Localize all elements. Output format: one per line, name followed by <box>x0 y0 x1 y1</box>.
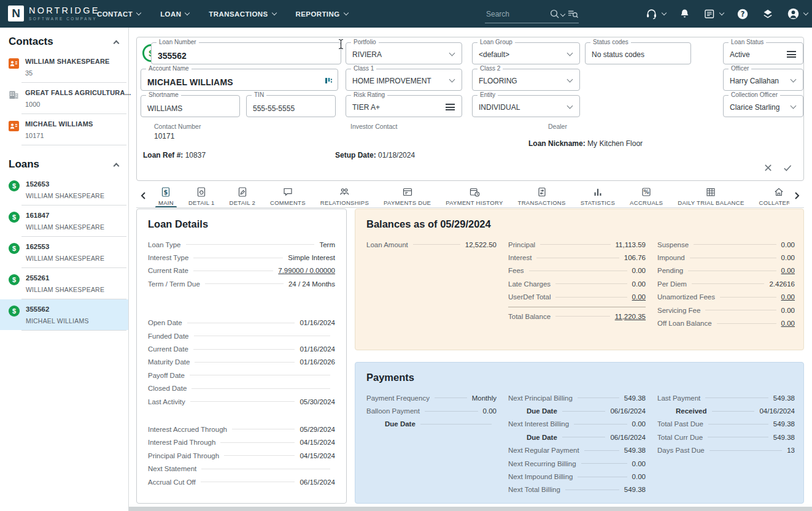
data-row: Total Balance11,220.35 <box>508 310 646 323</box>
loan-number-field[interactable]: Loan Number <box>151 42 341 64</box>
menu-reporting[interactable]: REPORTING <box>296 10 348 18</box>
contact-list-item[interactable]: MICHAEL WILLIAMS10171 <box>0 114 128 145</box>
search-icon[interactable] <box>549 9 560 19</box>
leader-line <box>574 424 627 425</box>
notifications-bell-icon[interactable] <box>679 8 690 20</box>
leader-line <box>692 283 764 284</box>
status-codes-field[interactable]: Status codes No status codes <box>585 42 691 64</box>
cancel-x-icon[interactable] <box>764 163 773 172</box>
loan-list-item[interactable]: $152653WILLIAM SHAKESPEARE <box>0 174 128 205</box>
row-value[interactable]: 11,220.35 <box>615 313 646 320</box>
horizontal-scrollbar[interactable] <box>129 507 812 511</box>
leader-line <box>190 401 295 402</box>
row-label: UserDef Total <box>508 293 551 301</box>
chevron-down-icon <box>271 10 276 15</box>
contact-number: 35 <box>25 69 110 77</box>
row-value[interactable]: 7.99000 / 0.00000 <box>278 267 335 274</box>
row-value[interactable]: 0.00 <box>781 267 795 274</box>
support-headset-icon[interactable] <box>645 7 666 20</box>
loan-list-item[interactable]: $161847WILLIAM SHAKESPEARE <box>0 206 128 236</box>
tin-input[interactable] <box>247 96 335 117</box>
tab-main[interactable]: $MAIN <box>151 184 181 207</box>
tab-daily-trial-balance[interactable]: DAILY TRIAL BALANCE <box>670 184 751 207</box>
row-value: 13 <box>787 447 795 454</box>
loan-list-item[interactable]: $162553WILLIAM SHAKESPEARE <box>0 237 128 267</box>
menu-loan[interactable]: LOAN <box>160 10 189 18</box>
class2-select[interactable]: Class 2 FLOORING <box>472 69 580 91</box>
row-label: Interest Paid Through <box>148 439 215 446</box>
tab-payments-due[interactable]: PAYMENTS DUE <box>376 184 438 207</box>
loan-number-input[interactable] <box>152 43 341 64</box>
tab-detail-2[interactable]: DETAIL 2 <box>222 184 263 207</box>
contact-list-item[interactable]: GREAT FALLS AGRICULTURA...1000 <box>0 83 128 113</box>
loans-section-header[interactable]: Loans <box>0 150 128 174</box>
row-label: Open Date <box>148 319 182 326</box>
shortname-field[interactable]: Shortname <box>141 95 240 117</box>
leader-line <box>190 375 330 375</box>
row-label: Maturity Date <box>148 358 190 366</box>
tab-accruals[interactable]: %ACCRUALS <box>622 184 670 207</box>
row-value[interactable]: 0.00 <box>781 293 795 301</box>
person-card-icon <box>9 58 19 71</box>
shortname-input[interactable] <box>141 96 239 117</box>
data-row: Pending0.00 <box>657 264 795 277</box>
search-input[interactable] <box>485 10 549 18</box>
collection-officer-select[interactable]: Collection Officer Clarice Starling <box>723 95 803 117</box>
layers-icon[interactable] <box>762 8 774 20</box>
tab-collateral[interactable]: COLLATERAL <box>752 184 789 207</box>
account-avatar-icon[interactable] <box>787 7 808 20</box>
account-contact-icon[interactable] <box>325 76 333 87</box>
list-menu-icon[interactable] <box>446 104 455 110</box>
advanced-search-icon[interactable] <box>567 9 579 19</box>
data-row: Open Date01/16/2024 <box>148 317 335 329</box>
menu-transactions[interactable]: TRANSACTIONS <box>209 10 276 18</box>
menu-contact[interactable]: CONTACT <box>97 10 141 18</box>
class1-select[interactable]: Class 1 HOME IMPROVEMENT <box>346 69 462 91</box>
loan-borrower-name: WILLIAM SHAKESPEARE <box>26 192 104 199</box>
tabs-scroll-right-icon[interactable] <box>789 184 804 207</box>
row-label: Impound <box>657 254 685 261</box>
data-row: Servicing Fee0.00 <box>657 304 795 317</box>
tab-statistics[interactable]: STATISTICS <box>573 184 622 207</box>
portfolio-select[interactable]: Portfolio RIVIERA <box>346 42 462 64</box>
loan-list-item[interactable]: $355562MICHAEL WILLIAMS <box>0 299 128 330</box>
data-row: Interest Paid Through04/15/2024 <box>148 436 335 449</box>
leader-line <box>705 310 776 310</box>
tab-detail-1[interactable]: DETAIL 1 <box>181 184 222 207</box>
row-value: 04/16/2024 <box>759 407 795 415</box>
contact-number: 10171 <box>25 132 93 139</box>
row-label: Interest Type <box>148 254 188 261</box>
tabs-scroll-left-icon[interactable] <box>136 184 151 207</box>
confirm-check-icon[interactable] <box>783 163 792 172</box>
row-value: 0.00 <box>483 407 497 415</box>
account-name-input[interactable] <box>141 69 338 90</box>
data-row: Principal Paid Through04/15/2024 <box>148 449 335 462</box>
contact-name: MICHAEL WILLIAMS <box>25 120 93 128</box>
contact-list-item[interactable]: WILLIAM SHAKESPEARE35 <box>0 52 128 82</box>
loan-group-select[interactable]: Loan Group <default> <box>472 42 580 64</box>
data-row: Unamortized Fees0.00 <box>657 291 795 304</box>
help-icon[interactable]: ? <box>737 8 749 20</box>
data-row: Loan Amount12,522.50 <box>366 238 497 251</box>
search-chevron-down-icon[interactable] <box>560 11 565 16</box>
row-value[interactable]: 0.00 <box>632 293 646 301</box>
data-row: Next Interest Billing0.00 <box>508 418 646 431</box>
top-navigation-bar: N NORTRIDGE SOFTWARE COMPANY CONTACTLOAN… <box>0 0 812 28</box>
tab-relationships[interactable]: RELATIONSHIPS <box>313 184 376 207</box>
entity-select[interactable]: Entity INDIVIDUAL <box>472 95 580 117</box>
loan-status-field[interactable]: Loan Status Active <box>723 42 803 64</box>
list-menu-icon[interactable] <box>787 51 796 58</box>
account-name-field[interactable]: Account Name <box>141 69 338 91</box>
officer-select[interactable]: Officer Harry Callahan <box>723 69 803 91</box>
tab-transactions[interactable]: TRANSACTIONS <box>511 184 573 207</box>
tab-payment-history[interactable]: PAYMENT HISTORY <box>438 184 510 207</box>
notes-form-icon[interactable] <box>703 8 724 20</box>
row-value[interactable]: 0.00 <box>781 320 795 327</box>
row-label: Current Date <box>148 345 188 353</box>
loan-number: 161847 <box>26 212 104 219</box>
loan-list-item[interactable]: $255261WILLIAM SHAKESPEARE <box>0 268 128 299</box>
risk-rating-field[interactable]: Risk Rating TIER A+ <box>346 95 462 117</box>
contacts-section-header[interactable]: Contacts <box>0 28 128 52</box>
tab-comments[interactable]: COMMENTS <box>263 184 313 207</box>
tin-field[interactable]: TIN <box>246 95 336 117</box>
